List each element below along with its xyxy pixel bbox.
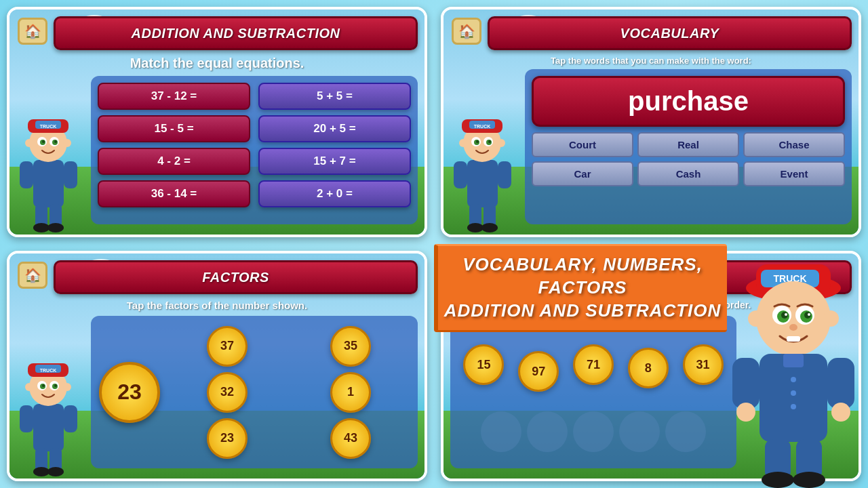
svg-point-74	[808, 313, 810, 316]
empty-slot-5	[665, 411, 706, 452]
factors-options: 37 35 32 1 23 43	[168, 326, 410, 459]
addition-content: 37 - 12 = 15 - 5 = 4 - 2 = 36 - 14 = 5 +…	[91, 76, 418, 224]
svg-point-56	[33, 467, 50, 476]
number-8[interactable]: 8	[628, 348, 669, 388]
svg-rect-0	[33, 160, 64, 207]
svg-rect-38	[454, 161, 467, 188]
vocab-title: VOCABULARY	[620, 26, 719, 41]
svg-point-32	[459, 139, 467, 147]
svg-text:TRUCK: TRUCK	[474, 124, 491, 129]
eq-left-2[interactable]: 15 - 5 =	[98, 115, 250, 142]
svg-point-11	[54, 140, 57, 143]
svg-point-79	[791, 377, 796, 382]
factors-number: 23	[99, 362, 160, 423]
svg-rect-82	[732, 358, 760, 409]
vocab-buttons: Court Real Chase Car Cash Event	[532, 132, 845, 186]
eq-left-1[interactable]: 37 - 12 =	[98, 83, 250, 110]
svg-point-12	[25, 139, 33, 147]
svg-rect-58	[20, 405, 33, 432]
vocab-btn-court[interactable]: Court	[532, 132, 633, 157]
vocab-word: purchase	[532, 76, 845, 127]
eq-right-2[interactable]: 20 + 5 =	[258, 115, 411, 142]
addition-home-button[interactable]: 🏠	[18, 18, 47, 45]
vocab-btn-car[interactable]: Car	[532, 161, 633, 186]
factors-subtitle: Tap the factors of the number shown.	[16, 300, 418, 311]
vocab-btn-cash[interactable]: Cash	[637, 161, 739, 186]
addition-title: ADDITION AND SUBTRACTION	[132, 26, 340, 41]
eq-left-4[interactable]: 36 - 14 =	[98, 180, 250, 207]
vocab-btn-chase[interactable]: Chase	[743, 132, 845, 157]
factor-32[interactable]: 32	[207, 372, 248, 413]
factors-title: FACTORS	[202, 270, 269, 285]
factor-37[interactable]: 37	[207, 326, 248, 367]
addition-subtitle: Match the equal equations.	[16, 56, 418, 71]
svg-point-53	[63, 383, 71, 391]
number-15[interactable]: 15	[463, 344, 504, 385]
vocab-btn-event[interactable]: Event	[743, 161, 845, 186]
svg-point-37	[481, 223, 498, 232]
svg-rect-76	[787, 336, 800, 342]
numbers-content: 15 97 71 8 31	[450, 316, 736, 468]
factors-character: TRUCK	[9, 343, 87, 479]
factors-home-button[interactable]: 🏠	[18, 262, 47, 289]
addition-panel: 🏠 ADDITION AND SUBTRACTION Match the equ…	[7, 7, 427, 237]
vocab-content: purchase Court Real Chase Car Cash Event	[525, 69, 852, 224]
eq-right-4[interactable]: 2 + 0 =	[258, 180, 411, 207]
svg-point-73	[785, 313, 787, 316]
factor-43[interactable]: 43	[330, 418, 371, 459]
svg-point-80	[791, 390, 796, 396]
svg-point-36	[467, 223, 484, 232]
banner-text-container: VOCABULARY, NUMBERS, FACTORS ADDITION AN…	[438, 253, 727, 322]
svg-point-84	[736, 403, 755, 422]
svg-point-10	[42, 140, 45, 143]
numbers-empty-slots	[458, 411, 728, 452]
vocab-btn-real[interactable]: Real	[637, 132, 739, 157]
home-icon-factors: 🏠	[24, 267, 41, 283]
svg-point-31	[488, 140, 491, 143]
numbers-active-area: 15 97 71 8 31	[458, 324, 728, 406]
number-97[interactable]: 97	[518, 351, 559, 392]
eq-right-3[interactable]: 15 + 7 =	[258, 148, 411, 175]
factor-23[interactable]: 23	[207, 418, 248, 459]
factors-main-area: 23 37 35 32 1 23 43	[99, 324, 410, 460]
svg-point-30	[476, 140, 479, 143]
svg-point-89	[793, 472, 825, 488]
eq-right-1[interactable]: 5 + 5 =	[258, 83, 411, 110]
svg-point-13	[63, 139, 71, 147]
svg-rect-40	[33, 404, 64, 451]
factors-content: 23 37 35 32 1 23 43	[91, 316, 418, 468]
home-icon: 🏠	[24, 23, 41, 39]
svg-rect-78	[783, 354, 804, 367]
banner-line2: ADDITION AND SUBTRACTION	[438, 300, 727, 323]
number-71[interactable]: 71	[573, 344, 614, 385]
vocab-character: TRUCK	[443, 99, 521, 235]
empty-slot-2	[527, 411, 568, 452]
svg-text:TRUCK: TRUCK	[40, 368, 57, 373]
svg-point-57	[47, 467, 64, 476]
svg-point-88	[762, 472, 794, 488]
eq-left-3[interactable]: 4 - 2 =	[98, 148, 250, 175]
big-character: TRUCK	[719, 230, 868, 488]
svg-rect-39	[498, 161, 511, 188]
left-equations: 37 - 12 = 15 - 5 = 4 - 2 = 36 - 14 =	[98, 83, 250, 218]
svg-point-51	[54, 384, 57, 387]
number-31[interactable]: 31	[683, 344, 724, 385]
factor-1[interactable]: 1	[330, 372, 371, 413]
orange-banner: VOCABULARY, NUMBERS, FACTORS ADDITION AN…	[434, 244, 727, 332]
addition-character: TRUCK	[9, 99, 87, 235]
svg-point-17	[47, 223, 64, 232]
vocab-title-bar: VOCABULARY	[488, 16, 852, 50]
svg-point-66	[823, 310, 839, 327]
equation-columns: 37 - 12 = 15 - 5 = 4 - 2 = 36 - 14 = 5 +…	[98, 83, 411, 218]
empty-slot-1	[481, 411, 521, 452]
svg-rect-20	[467, 160, 498, 207]
svg-rect-59	[64, 405, 77, 432]
banner-line1: VOCABULARY, NUMBERS, FACTORS	[438, 253, 727, 300]
empty-slot-3	[573, 411, 614, 452]
factor-35[interactable]: 35	[330, 326, 371, 367]
svg-point-65	[748, 310, 764, 327]
empty-slot-4	[619, 411, 660, 452]
svg-point-33	[497, 139, 505, 147]
svg-rect-18	[20, 161, 33, 188]
vocab-home-button[interactable]: 🏠	[452, 18, 481, 45]
